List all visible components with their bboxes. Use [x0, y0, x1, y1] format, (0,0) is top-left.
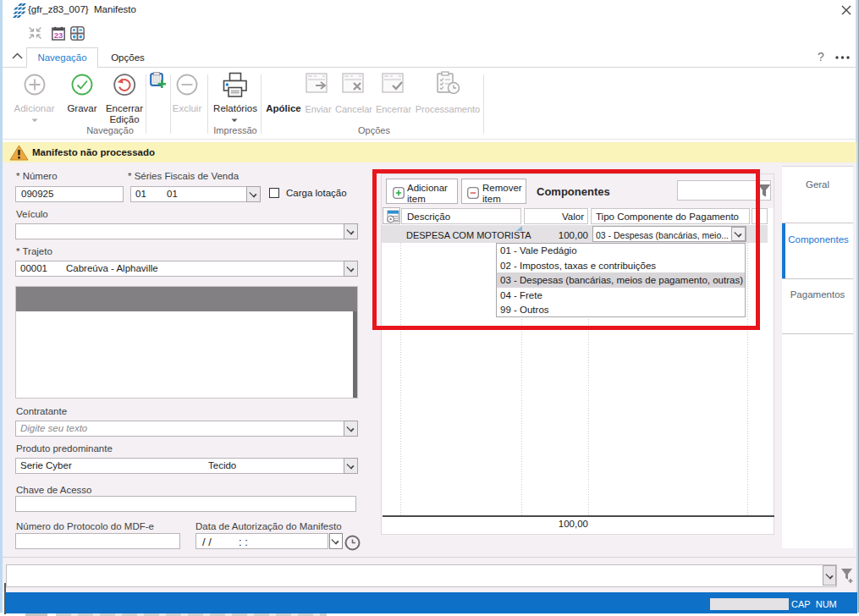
svg-text:23: 23	[54, 30, 63, 40]
